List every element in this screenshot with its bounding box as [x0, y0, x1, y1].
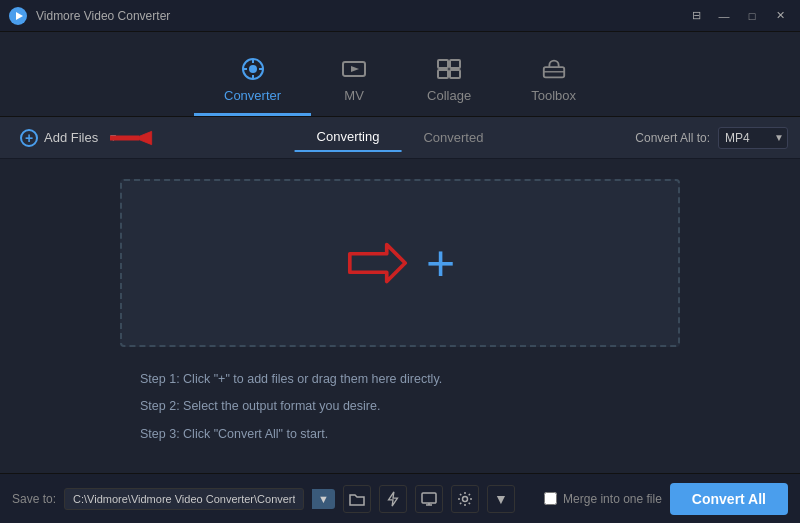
flash-icon — [387, 491, 399, 507]
settings-icon-button[interactable] — [451, 485, 479, 513]
drop-plus-icon: + — [426, 238, 455, 288]
format-select[interactable]: MP4 AVI MKV MOV WMV — [718, 127, 788, 149]
step-3: Step 3: Click "Convert All" to start. — [140, 426, 680, 444]
merge-checkbox[interactable] — [544, 492, 557, 505]
mv-icon — [341, 58, 367, 84]
merge-label: Merge into one file — [563, 492, 662, 506]
converter-icon — [240, 58, 266, 84]
display-icon — [421, 492, 437, 506]
sub-tabs: Converting Converted — [295, 123, 506, 152]
svg-rect-20 — [422, 493, 436, 503]
add-files-label: Add Files — [44, 130, 98, 145]
add-files-button[interactable]: + Add Files — [12, 125, 106, 151]
maximize-button[interactable]: □ — [740, 6, 764, 26]
convert-all-to-label: Convert All to: — [635, 131, 710, 145]
convert-all-button[interactable]: Convert All — [670, 483, 788, 515]
folder-icon — [349, 492, 365, 506]
save-to-label: Save to: — [12, 492, 56, 506]
drop-icons: + — [345, 238, 455, 288]
svg-rect-12 — [438, 70, 448, 78]
tab-bar: Converter MV Collage — [0, 32, 800, 117]
annotation-arrow — [110, 127, 160, 149]
flash-icon-button[interactable] — [379, 485, 407, 513]
plus-circle-icon: + — [20, 129, 38, 147]
svg-rect-10 — [438, 60, 448, 68]
format-select-wrapper: MP4 AVI MKV MOV WMV ▼ — [718, 127, 788, 149]
toolbar: + Add Files ▼ Converting Converted Conve… — [0, 117, 800, 159]
svg-point-3 — [249, 65, 257, 73]
main-content: + Step 1: Click "+" to add files or drag… — [0, 159, 800, 473]
svg-rect-17 — [110, 136, 139, 141]
step-2: Step 2: Select the output format you des… — [140, 398, 680, 416]
tab-toolbox[interactable]: Toolbox — [501, 48, 606, 116]
drop-arrow-icon — [345, 239, 410, 287]
display-icon-button[interactable] — [415, 485, 443, 513]
toolbox-icon — [541, 58, 567, 84]
converted-tab[interactable]: Converted — [401, 123, 505, 152]
convert-all-to: Convert All to: MP4 AVI MKV MOV WMV ▼ — [635, 127, 788, 149]
minimize-button[interactable]: — — [712, 6, 736, 26]
tab-collage[interactable]: Collage — [397, 48, 501, 116]
app-icon-svg — [8, 6, 28, 26]
drop-zone[interactable]: + — [120, 179, 680, 347]
gear-icon — [457, 491, 473, 507]
close-button[interactable]: ✕ — [768, 6, 792, 26]
title-bar: Vidmore Video Converter ⊟ — □ ✕ — [0, 0, 800, 32]
tab-converter-label: Converter — [224, 88, 281, 103]
messages-button[interactable]: ⊟ — [684, 6, 708, 26]
save-path-input[interactable] — [64, 488, 304, 510]
tab-collage-label: Collage — [427, 88, 471, 103]
tab-mv[interactable]: MV — [311, 48, 397, 116]
svg-rect-13 — [450, 70, 460, 78]
tab-converter[interactable]: Converter — [194, 48, 311, 116]
bottom-bar: Save to: ▼ ▼ Merge into one file Convert… — [0, 473, 800, 523]
path-dropdown-button[interactable]: ▼ — [312, 489, 335, 509]
svg-marker-18 — [350, 244, 405, 281]
steps: Step 1: Click "+" to add files or drag t… — [120, 371, 680, 454]
title-bar-right: ⊟ — □ ✕ — [684, 6, 792, 26]
svg-marker-19 — [388, 491, 397, 505]
tab-toolbox-label: Toolbox — [531, 88, 576, 103]
settings-dropdown-button[interactable]: ▼ — [487, 485, 515, 513]
svg-rect-11 — [450, 60, 460, 68]
app-title: Vidmore Video Converter — [36, 9, 170, 23]
svg-point-23 — [462, 496, 467, 501]
svg-marker-9 — [351, 66, 359, 72]
step-1: Step 1: Click "+" to add files or drag t… — [140, 371, 680, 389]
folder-icon-button[interactable] — [343, 485, 371, 513]
converting-tab[interactable]: Converting — [295, 123, 402, 152]
collage-icon — [436, 58, 462, 84]
title-bar-left: Vidmore Video Converter — [8, 6, 170, 26]
merge-check: Merge into one file — [544, 492, 662, 506]
tab-mv-label: MV — [344, 88, 364, 103]
